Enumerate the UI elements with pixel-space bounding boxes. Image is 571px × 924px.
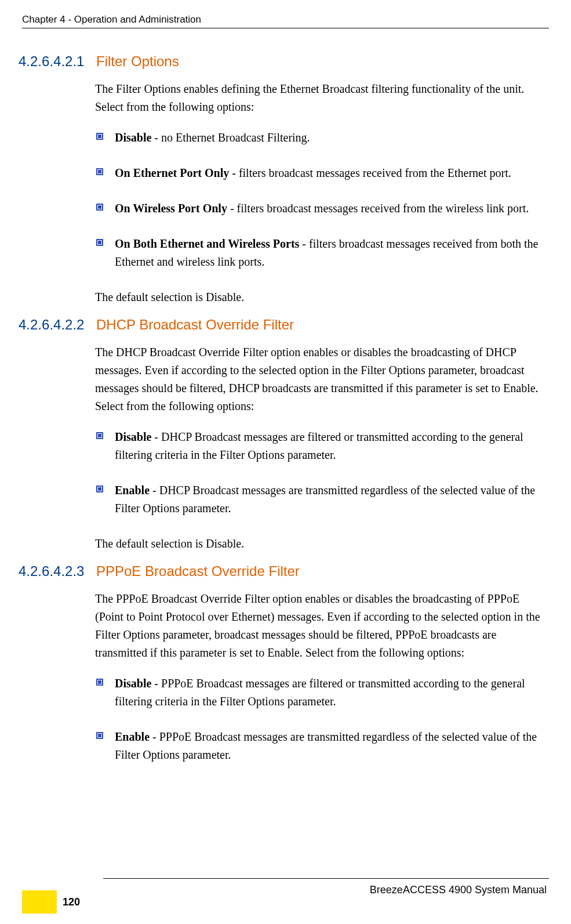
bullet-text: - filters broadcast messages received fr… <box>229 166 511 179</box>
bullet-label: Disable <box>115 131 151 144</box>
bullet-label: Disable <box>115 677 151 690</box>
section-heading: 4.2.6.4.2.3 PPPoE Broadcast Override Fil… <box>17 563 549 579</box>
section-heading: 4.2.6.4.2.2 DHCP Broadcast Override Filt… <box>17 317 549 333</box>
intro-paragraph: The Filter Options enables defining the … <box>95 80 549 116</box>
section-title: DHCP Broadcast Override Filter <box>96 317 294 333</box>
bullet-list: Disable - DHCP Broadcast messages are fi… <box>95 428 549 517</box>
square-bullet-icon <box>96 732 103 739</box>
intro-paragraph: The DHCP Broadcast Override Filter optio… <box>95 343 549 415</box>
page-number: 120 <box>57 890 88 914</box>
bullet-label: On Ethernet Port Only <box>115 166 229 179</box>
bullet-text: - PPPoE Broadcast messages are transmitt… <box>115 730 537 761</box>
list-item: Disable - no Ethernet Broadcast Filterin… <box>95 129 549 147</box>
running-header: Chapter 4 - Operation and Administration <box>22 14 549 26</box>
square-bullet-icon <box>96 168 103 175</box>
list-item: Disable - DHCP Broadcast messages are fi… <box>95 428 549 464</box>
square-bullet-icon <box>96 204 103 211</box>
bullet-list: Disable - no Ethernet Broadcast Filterin… <box>95 129 549 271</box>
bullet-text: - no Ethernet Broadcast Filtering. <box>151 131 310 144</box>
list-item: On Wireless Port Only - filters broadcas… <box>95 200 549 218</box>
page-number-box: 120 <box>22 890 88 914</box>
section-body: The PPPoE Broadcast Override Filter opti… <box>95 590 549 764</box>
section-title: PPPoE Broadcast Override Filter <box>96 563 300 579</box>
section-title: Filter Options <box>96 53 179 70</box>
square-bullet-icon <box>96 133 103 140</box>
bullet-text: - DHCP Broadcast messages are transmitte… <box>115 484 535 514</box>
bullet-label: On Both Ethernet and Wireless Ports <box>115 237 299 250</box>
intro-paragraph: The PPPoE Broadcast Override Filter opti… <box>95 590 549 662</box>
bullet-text: - DHCP Broadcast messages are filtered o… <box>115 430 523 461</box>
footer-rule <box>103 878 549 879</box>
footer-manual-title: BreezeACCESS 4900 System Manual <box>370 884 547 896</box>
section-number: 4.2.6.4.2.2 <box>17 317 96 333</box>
section-number: 4.2.6.4.2.3 <box>17 563 96 579</box>
list-item: On Ethernet Port Only - filters broadcas… <box>95 164 549 182</box>
content-area: 4.2.6.4.2.1 Filter Options The Filter Op… <box>17 45 549 866</box>
bullet-list: Disable - PPPoE Broadcast messages are f… <box>95 675 549 764</box>
square-bullet-icon <box>96 239 103 246</box>
list-item: Enable - DHCP Broadcast messages are tra… <box>95 481 549 517</box>
square-bullet-icon <box>96 679 103 686</box>
square-bullet-icon <box>96 485 103 492</box>
section-number: 4.2.6.4.2.1 <box>17 53 96 70</box>
bullet-label: On Wireless Port Only <box>115 202 227 215</box>
list-item: On Both Ethernet and Wireless Ports - fi… <box>95 235 549 271</box>
section-body: The Filter Options enables defining the … <box>95 80 549 306</box>
bullet-text: - filters broadcast messages received fr… <box>227 202 529 215</box>
bullet-label: Enable <box>115 730 150 743</box>
section-heading: 4.2.6.4.2.1 Filter Options <box>17 53 549 70</box>
header-rule <box>22 28 549 28</box>
list-item: Enable - PPPoE Broadcast messages are tr… <box>95 728 549 764</box>
bullet-text: - PPPoE Broadcast messages are filtered … <box>115 677 525 708</box>
bullet-label: Disable <box>115 430 151 443</box>
page-accent <box>22 890 57 914</box>
outro-paragraph: The default selection is Disable. <box>95 535 549 553</box>
section-body: The DHCP Broadcast Override Filter optio… <box>95 343 549 553</box>
list-item: Disable - PPPoE Broadcast messages are f… <box>95 675 549 711</box>
square-bullet-icon <box>96 432 103 439</box>
outro-paragraph: The default selection is Disable. <box>95 288 549 306</box>
bullet-label: Enable <box>115 484 150 497</box>
